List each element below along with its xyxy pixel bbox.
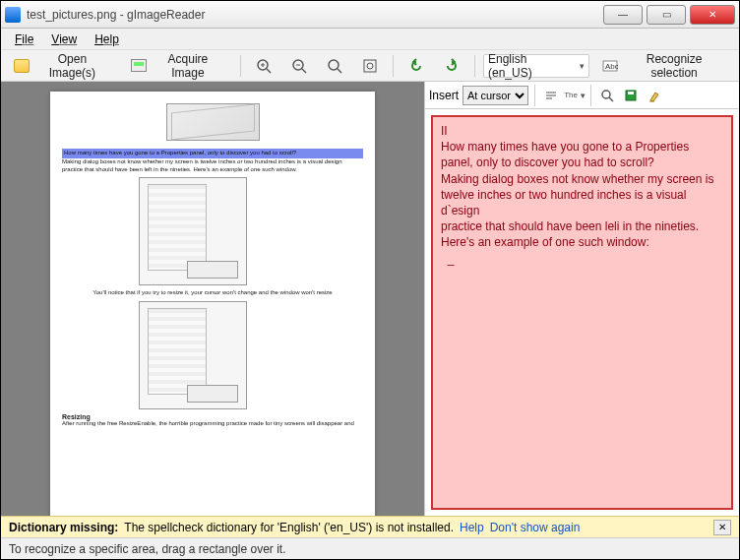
strip-crlf-button[interactable] [541, 86, 561, 105]
maximize-button[interactable]: ▭ [647, 5, 686, 25]
separator [590, 85, 591, 106]
svg-rect-9 [364, 60, 376, 72]
main-toolbar: Open Image(s) Acquire Image English (en_… [1, 50, 739, 82]
preview-caption-1: You'll notice that if you try to resize … [62, 289, 363, 297]
preview-highlighted-line: How many times have you gone to a Proper… [62, 149, 363, 158]
clear-button[interactable] [645, 86, 664, 105]
the-menu[interactable]: The [565, 86, 585, 105]
find-button[interactable] [597, 86, 617, 105]
window-title: test_pictures.png - gImageReader [27, 8, 603, 22]
separator [474, 55, 475, 77]
save-button[interactable] [621, 86, 641, 105]
open-images-button[interactable]: Open Image(s) [7, 54, 118, 78]
acquire-image-button[interactable]: Acquire Image [124, 54, 232, 78]
svg-text:Abc: Abc [605, 62, 618, 71]
app-window: test_pictures.png - gImageReader — ▭ ✕ F… [0, 0, 740, 560]
menu-help[interactable]: Help [87, 31, 127, 48]
folder-icon [14, 58, 30, 74]
preview-paragraph-1: Making dialog boxes not know whether my … [62, 158, 363, 174]
svg-line-14 [609, 97, 613, 101]
separator [534, 85, 535, 106]
ocr-toolbar: Insert At cursor The [425, 82, 739, 109]
open-images-label: Open Image(s) [33, 52, 111, 80]
rotate-left-icon [408, 58, 424, 74]
menubar: File View Help [1, 29, 739, 50]
warning-close-button[interactable]: ✕ [713, 520, 731, 535]
zoom-out-icon [291, 58, 307, 74]
insert-label: Insert [429, 89, 459, 102]
zoom-fit-button[interactable] [320, 54, 349, 78]
warning-text: The spellcheck dictionary for 'English' … [124, 521, 454, 534]
ocr-output-text[interactable]: II How many times have you gone to a Pro… [431, 115, 733, 510]
preview-paragraph-2: After running the free ResizeEnable, the… [62, 420, 363, 428]
menu-file[interactable]: File [7, 31, 41, 48]
acquire-image-label: Acquire Image [151, 52, 225, 80]
preview-heading: Resizing [62, 413, 363, 420]
image-viewer[interactable]: How many times have you gone to a Proper… [1, 82, 424, 516]
svg-point-13 [602, 91, 610, 98]
scanner-icon [131, 58, 147, 74]
separator [393, 55, 394, 77]
insert-mode-select[interactable]: At cursor [462, 86, 528, 105]
svg-point-7 [329, 60, 339, 70]
titlebar: test_pictures.png - gImageReader — ▭ ✕ [1, 1, 739, 29]
warning-help-link[interactable]: Help [460, 521, 484, 534]
content-area: How many times have you gone to a Proper… [1, 82, 739, 516]
preview-dialog-image-2 [139, 301, 247, 409]
svg-point-10 [367, 63, 373, 69]
svg-line-5 [302, 69, 306, 73]
language-selector[interactable]: English (en_US) [483, 54, 589, 78]
app-icon [5, 7, 21, 23]
window-controls: — ▭ ✕ [603, 5, 735, 25]
close-button[interactable]: ✕ [690, 5, 735, 25]
svg-line-8 [338, 69, 341, 73]
svg-rect-16 [628, 92, 634, 94]
zoom-reset-button[interactable] [355, 54, 385, 78]
warning-heading: Dictionary missing: [9, 521, 118, 534]
page-preview: How many times have you gone to a Proper… [50, 92, 375, 516]
preview-slanted-image [166, 103, 260, 141]
svg-line-1 [267, 69, 271, 73]
zoom-in-button[interactable] [249, 54, 278, 78]
rotate-right-icon [444, 58, 460, 74]
recognize-label: Recognize selection [622, 52, 726, 80]
status-text: To recognize a specific area, drag a rec… [9, 542, 285, 556]
statusbar: To recognize a specific area, drag a rec… [1, 537, 739, 559]
rotate-right-button[interactable] [437, 54, 466, 78]
language-label: English (en_US) [488, 52, 573, 80]
recognize-icon: Abc [602, 58, 618, 74]
preview-dialog-image-1 [139, 177, 247, 285]
warning-dismiss-link[interactable]: Don't show again [490, 521, 581, 534]
separator [240, 55, 241, 77]
rotate-left-button[interactable] [401, 54, 431, 78]
minimize-button[interactable]: — [603, 5, 643, 25]
ocr-panel: Insert At cursor The II How many times h… [424, 82, 739, 516]
zoom-in-icon [256, 58, 272, 74]
zoom-one-icon [362, 58, 378, 74]
menu-view[interactable]: View [43, 31, 85, 48]
recognize-button[interactable]: Abc Recognize selection [595, 54, 733, 78]
zoom-out-button[interactable] [284, 54, 314, 78]
zoom-fit-icon [327, 58, 342, 74]
warning-bar: Dictionary missing: The spellcheck dicti… [1, 516, 739, 537]
